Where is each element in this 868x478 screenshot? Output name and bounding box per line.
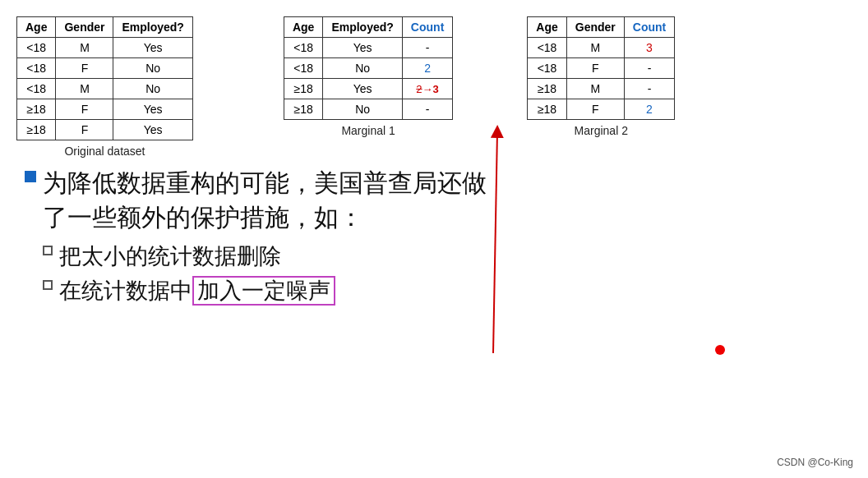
sub-bullets: 把太小的统计数据删除 在统计数据中加入一定噪声 <box>43 241 852 306</box>
cell: Yes <box>113 120 192 140</box>
table-row: <18 M Yes <box>17 38 193 58</box>
cell: ≥18 <box>528 99 566 120</box>
cell: F <box>566 99 624 120</box>
main-bullet-text: 为降低数据重构的可能，美国普查局还做 了一些额外的保护措施，如： <box>43 166 487 235</box>
m1-header-employed: Employed? <box>323 17 402 38</box>
marginal1-label: Marginal 1 <box>341 124 395 137</box>
cell: ≥18 <box>528 79 566 99</box>
cell: 2 <box>624 99 674 120</box>
table-row: ≥18 Yes 2→3 <box>284 79 452 99</box>
orig-header-age: Age <box>17 17 56 38</box>
table-row: <18 Yes - <box>284 38 452 58</box>
main-container: Age Gender Employed? <18 M Yes <18 F No <box>0 0 868 478</box>
m1-header-count: Count <box>402 17 452 38</box>
cell: Yes <box>323 38 402 58</box>
cell: No <box>113 79 192 99</box>
cell: No <box>323 99 402 120</box>
original-table: Age Gender Employed? <18 M Yes <18 F No <box>16 16 193 140</box>
sub-bullet-icon-1 <box>43 246 53 255</box>
red-dot <box>715 345 725 355</box>
highlighted-text: 加入一定噪声 <box>192 276 335 306</box>
marginal2-table: Age Gender Count <18 M 3 <18 F - <box>527 16 675 120</box>
cell: Yes <box>113 38 192 58</box>
table-row: <18 F - <box>528 58 675 79</box>
table-row: ≥18 M - <box>528 79 675 99</box>
cell: <18 <box>528 38 566 58</box>
cell: - <box>402 99 452 120</box>
table-row: <18 No 2 <box>284 58 452 79</box>
cell: F <box>566 58 624 79</box>
marginal2-block: Age Gender Count <18 M 3 <18 F - <box>527 16 675 137</box>
marginal2-label: Marginal 2 <box>575 124 628 137</box>
watermark: CSDN @Co-King <box>777 457 853 468</box>
cell: ≥18 <box>284 99 322 120</box>
cell: 2→3 <box>402 79 452 99</box>
cell: <18 <box>17 38 56 58</box>
cell: - <box>624 79 674 99</box>
cell: M <box>56 79 113 99</box>
bullet-icon <box>25 171 36 182</box>
cell: ≥18 <box>17 99 56 120</box>
table-row: <18 M No <box>17 79 193 99</box>
m1-header-age: Age <box>284 17 322 38</box>
original-table-label: Original dataset <box>64 145 145 158</box>
m2-header-age: Age <box>528 17 566 38</box>
table-row: <18 M 3 <box>528 38 675 58</box>
cell: 3 <box>624 38 674 58</box>
cell: M <box>56 38 113 58</box>
cell: ≥18 <box>17 120 56 140</box>
table-row: ≥18 F Yes <box>17 120 193 140</box>
sub-bullet-icon-2 <box>43 280 53 290</box>
bullet-section: 为降低数据重构的可能，美国普查局还做 了一些额外的保护措施，如： 把太小的统计数… <box>16 166 852 306</box>
cell: M <box>566 79 624 99</box>
main-bullet: 为降低数据重构的可能，美国普查局还做 了一些额外的保护措施，如： <box>25 166 852 235</box>
cell: F <box>56 58 113 79</box>
cell: <18 <box>528 58 566 79</box>
cell: <18 <box>17 79 56 99</box>
cell: Yes <box>323 79 402 99</box>
cell: F <box>56 99 113 120</box>
table-row: ≥18 No - <box>284 99 452 120</box>
cell: F <box>56 120 113 140</box>
sub-bullet-2: 在统计数据中加入一定噪声 <box>43 276 852 306</box>
marginal1-block: Age Employed? Count <18 Yes - <18 No 2 <box>284 16 453 137</box>
table-row: ≥18 F Yes <box>17 99 193 120</box>
cell: <18 <box>284 38 322 58</box>
cell: <18 <box>17 58 56 79</box>
sub-bullet-text-2: 在统计数据中加入一定噪声 <box>59 276 335 306</box>
orig-header-employed: Employed? <box>113 17 192 38</box>
cell: M <box>566 38 624 58</box>
cell: No <box>113 58 192 79</box>
original-dataset-block: Age Gender Employed? <18 M Yes <18 F No <box>16 16 193 158</box>
orig-header-gender: Gender <box>56 17 113 38</box>
sub-bullet-1: 把太小的统计数据删除 <box>43 241 852 271</box>
cell: - <box>402 38 452 58</box>
table-row: ≥18 F 2 <box>528 99 675 120</box>
cell: No <box>323 58 402 79</box>
cell: 2 <box>402 58 452 79</box>
table-row: <18 F No <box>17 58 193 79</box>
tables-row: Age Gender Employed? <18 M Yes <18 F No <box>16 16 852 158</box>
cell: ≥18 <box>284 79 322 99</box>
cell: Yes <box>113 99 192 120</box>
sub-bullet-text-1: 把太小的统计数据删除 <box>59 241 281 271</box>
marginal1-table: Age Employed? Count <18 Yes - <18 No 2 <box>284 16 453 120</box>
m2-header-count: Count <box>624 17 674 38</box>
m2-header-gender: Gender <box>566 17 624 38</box>
cell: <18 <box>284 58 322 79</box>
cell: - <box>624 58 674 79</box>
